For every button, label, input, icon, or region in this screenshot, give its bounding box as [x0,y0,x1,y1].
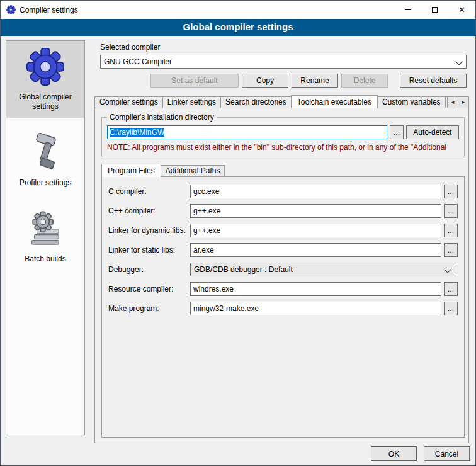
left-arrow-icon: ◄ [450,99,455,105]
field-row-c-compiler: C compiler: ... [108,185,458,198]
sidebar-item-profiler-settings[interactable]: Profiler settings [6,127,84,194]
ok-button[interactable]: OK [371,446,417,461]
programs-tabstrip: Program Files Additional Paths [101,164,465,177]
minimize-button[interactable] [394,1,421,19]
sidebar-item-global-compiler-settings[interactable]: Global compiler settings [6,41,84,118]
sidebar: Global compiler settings Profiler settin… [6,40,85,435]
tab-scroll-right-button[interactable]: ► [458,96,469,108]
sidebar-item-label: Global compiler settings [8,93,83,111]
static-linker-input[interactable] [190,243,441,257]
field-row-make-program: Make program: ... [108,302,458,315]
installation-directory-input[interactable]: C:\raylib\MinGW [107,125,387,139]
set-as-default-button[interactable]: Set as default [150,74,239,88]
sidebar-item-label: Batch builds [8,254,83,264]
minimize-icon [405,9,411,10]
chevron-down-icon [455,58,462,65]
installation-directory-row: C:\raylib\MinGW ... Auto-detect [107,125,459,139]
tab-toolchain-executables[interactable]: Toolchain executables [291,95,378,108]
selected-compiler-label: Selected compiler [100,43,160,52]
tab-custom-variables[interactable]: Custom variables [377,96,446,108]
tab-search-directories[interactable]: Search directories [220,96,292,108]
installation-directory-value: C:\raylib\MinGW [110,128,164,137]
debugger-select-value: GDB/CDB debugger : Default [194,265,293,274]
field-row-dynamic-linker: Linker for dynamic libs: ... [108,224,458,237]
browse-static-linker-button[interactable]: ... [444,243,458,257]
chevron-down-icon [444,266,451,273]
gear-blue-icon [26,47,65,86]
browse-resource-compiler-button[interactable]: ... [444,282,458,296]
tab-scroll-left-button[interactable]: ◄ [447,96,458,108]
maximize-button[interactable] [421,1,448,19]
browse-cpp-compiler-button[interactable]: ... [444,204,458,218]
make-program-label: Make program: [108,304,190,313]
debugger-label: Debugger: [108,265,190,274]
tab-program-files[interactable]: Program Files [101,164,161,177]
make-program-input[interactable] [190,302,441,315]
profiler-icon [26,133,65,172]
right-arrow-icon: ► [461,99,466,105]
program-files-panel: C compiler: ... C++ compiler: ... Linker… [101,176,465,438]
sidebar-item-batch-builds[interactable]: Batch builds [6,203,84,270]
tab-compiler-settings[interactable]: Compiler settings [94,96,163,108]
compiler-settings-dialog: Compiler settings ✕ Global compiler sett… [0,0,476,466]
browse-c-compiler-button[interactable]: ... [444,185,458,198]
field-row-cpp-compiler: C++ compiler: ... [108,204,458,218]
field-row-static-linker: Linker for static libs: ... [108,243,458,257]
window-title: Compiler settings [20,6,78,14]
cpp-compiler-label: C++ compiler: [108,207,190,215]
installation-directory-group: Compiler's installation directory C:\ray… [101,117,465,157]
tab-scroll-controls: ◄ ► [448,96,469,108]
maximize-icon [432,7,438,13]
browse-dynamic-linker-button[interactable]: ... [444,224,458,237]
dialog-header: Global compiler settings [1,19,475,36]
reset-defaults-button[interactable]: Reset defaults [400,74,467,88]
rename-button[interactable]: Rename [292,74,338,88]
compiler-select-value: GNU GCC Compiler [104,57,172,66]
tab-additional-paths[interactable]: Additional Paths [161,165,225,177]
delete-button[interactable]: Delete [341,74,388,88]
resource-compiler-label: Resource compiler: [108,285,190,293]
sidebar-item-label: Profiler settings [8,178,83,188]
dynamic-linker-input[interactable] [190,224,441,237]
batch-builds-icon [26,209,65,248]
toolchain-executables-panel: Compiler's installation directory C:\ray… [94,108,469,443]
cancel-button[interactable]: Cancel [424,446,470,461]
tab-linker-settings[interactable]: Linker settings [162,96,221,108]
browse-make-program-button[interactable]: ... [444,302,458,315]
settings-tabstrip: Compiler settings Linker settings Search… [94,95,469,108]
cpp-compiler-input[interactable] [190,204,441,218]
static-linker-label: Linker for static libs: [108,246,190,254]
app-icon [6,5,16,14]
resource-compiler-input[interactable] [190,282,441,296]
installation-directory-group-label: Compiler's installation directory [107,113,217,122]
copy-button[interactable]: Copy [242,74,288,88]
main-panel: Selected compiler GNU GCC Compiler Set a… [92,40,472,446]
note-text: NOTE: All programs must exist either in … [107,143,468,152]
c-compiler-input[interactable] [190,185,441,198]
titlebar: Compiler settings ✕ [1,1,475,19]
close-icon: ✕ [458,6,465,14]
field-row-debugger: Debugger: GDB/CDB debugger : Default [108,263,458,276]
debugger-select[interactable]: GDB/CDB debugger : Default [190,263,455,276]
field-row-resource-compiler: Resource compiler: ... [108,282,458,296]
dynamic-linker-label: Linker for dynamic libs: [108,226,190,235]
close-button[interactable]: ✕ [448,1,475,19]
auto-detect-button[interactable]: Auto-detect [406,125,459,139]
c-compiler-label: C compiler: [108,187,190,196]
browse-directory-button[interactable]: ... [390,125,404,139]
compiler-actions: Set as default Copy Rename Delete Reset … [100,74,467,88]
compiler-select[interactable]: GNU GCC Compiler [100,55,467,69]
